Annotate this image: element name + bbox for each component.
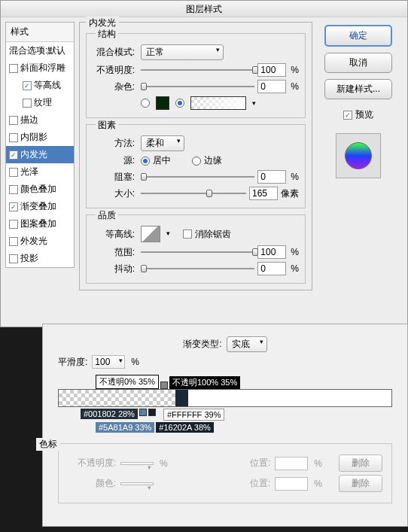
delete-opacity-stop-button[interactable]: 删除 [339, 454, 382, 472]
style-item[interactable]: 图案叠加 [6, 215, 74, 233]
style-checkbox[interactable] [9, 237, 18, 246]
style-checkbox[interactable] [9, 64, 18, 73]
solid-color-radio[interactable] [141, 99, 150, 108]
range-slider[interactable] [141, 247, 254, 257]
stop-position-input[interactable] [275, 457, 308, 470]
contour-picker[interactable] [141, 226, 160, 242]
choke-input[interactable] [257, 170, 286, 184]
style-item-label: 纹理 [34, 96, 52, 109]
size-slider[interactable] [141, 188, 246, 199]
stop-opacity-input[interactable] [120, 462, 154, 465]
style-checkbox[interactable] [9, 150, 18, 160]
color-stop-2[interactable]: #5A81A9 33% [96, 422, 154, 433]
blend-mode-label: 混合模式: [93, 46, 138, 59]
size-unit: 像素 [281, 187, 299, 200]
stop-marker-icon[interactable] [139, 409, 147, 416]
ok-button[interactable]: 确定 [324, 25, 392, 47]
style-checkbox[interactable] [9, 254, 18, 263]
dialog-title: 图层样式 [1, 1, 407, 17]
color-stop-3[interactable]: #16202A 38% [156, 422, 214, 433]
choke-slider[interactable] [141, 172, 254, 182]
cancel-button[interactable]: 取消 [324, 53, 392, 73]
stop-position-label: 位置: [250, 457, 270, 470]
style-item[interactable]: 内阴影 [6, 129, 74, 146]
style-item[interactable]: 颜色叠加 [6, 181, 74, 198]
style-checkbox[interactable] [23, 81, 32, 90]
smoothness-label: 平滑度: [58, 356, 87, 369]
antialias-label: 消除锯齿 [195, 228, 231, 241]
style-item-label: 图案叠加 [20, 217, 56, 230]
style-item[interactable]: 内发光 [6, 146, 74, 163]
noise-label: 杂色: [93, 81, 138, 93]
style-item[interactable]: 投影 [6, 250, 74, 267]
gradient-swatch[interactable] [190, 96, 246, 110]
opacity-stop-right[interactable]: 不透明100% 35% [169, 376, 240, 389]
chevron-down-icon[interactable]: ▾ [252, 99, 256, 107]
style-item-label: 内发光 [20, 148, 47, 161]
inner-glow-panel: 内发光 结构 混合模式: 正常 不透明度: % 杂色: [79, 22, 312, 293]
range-label: 范围: [93, 246, 138, 259]
source-edge-radio[interactable] [192, 157, 201, 166]
style-item[interactable]: 外发光 [6, 233, 74, 250]
style-item-label: 渐变叠加 [20, 200, 56, 213]
source-label: 源: [93, 154, 138, 167]
gradient-type-select[interactable]: 实底 [227, 336, 267, 352]
new-style-button[interactable]: 新建样式... [324, 79, 392, 99]
color-stop-4[interactable]: #FFFFFF 39% [163, 409, 225, 421]
noise-input[interactable] [257, 80, 286, 93]
color-stop-1[interactable]: #001802 28% [81, 409, 138, 419]
blend-mode-select[interactable]: 正常 [141, 44, 224, 60]
method-label: 方法: [93, 137, 138, 150]
opacity-stop-marker[interactable] [160, 382, 168, 389]
size-label: 大小: [93, 187, 138, 200]
antialias-checkbox[interactable] [183, 230, 192, 239]
blend-options-row[interactable]: 混合选项:默认 [6, 42, 74, 59]
style-checkbox[interactable] [9, 202, 18, 211]
opacity-input[interactable] [257, 63, 286, 77]
gradient-type-label: 渐变类型: [183, 338, 221, 351]
opacity-stop-left[interactable]: 不透明0% 35% [96, 375, 159, 389]
style-item[interactable]: 等高线 [6, 77, 74, 94]
range-input[interactable] [257, 245, 286, 259]
opacity-slider[interactable] [141, 65, 254, 75]
styles-list: 样式 混合选项:默认 斜面和浮雕等高线纹理描边内阴影内发光光泽颜色叠加渐变叠加图… [5, 22, 75, 293]
delete-color-stop-button[interactable]: 删除 [339, 475, 382, 492]
style-checkbox[interactable] [9, 185, 18, 194]
style-checkbox[interactable] [9, 116, 18, 125]
source-center-radio[interactable] [141, 157, 150, 166]
noise-slider[interactable] [141, 81, 254, 92]
style-item[interactable]: 渐变叠加 [6, 198, 74, 215]
style-item[interactable]: 描边 [6, 111, 74, 129]
style-item[interactable]: 光泽 [6, 163, 74, 181]
gradient-radio[interactable] [175, 99, 184, 108]
style-checkbox[interactable] [9, 133, 18, 142]
method-select[interactable]: 柔和 [141, 135, 184, 151]
style-item-label: 等高线 [34, 79, 61, 92]
gradient-editor: 渐变类型: 实底 平滑度: 100 % 不透明0% 35% 不透明100% 35… [42, 324, 408, 527]
quality-title: 品质 [96, 209, 118, 222]
stop-color-label: 颜色: [68, 477, 116, 490]
choke-label: 阻塞: [93, 171, 138, 184]
style-item[interactable]: 斜面和浮雕 [6, 59, 74, 77]
style-checkbox[interactable] [23, 99, 32, 108]
jitter-input[interactable] [257, 262, 286, 275]
smoothness-input[interactable]: 100 [92, 355, 125, 369]
color-swatch[interactable] [156, 96, 169, 110]
style-checkbox[interactable] [9, 220, 18, 229]
stop-color-input[interactable] [120, 482, 154, 485]
preview-checkbox[interactable] [343, 111, 352, 120]
style-item-label: 内阴影 [20, 131, 47, 144]
stop-marker-icon[interactable] [148, 409, 156, 416]
size-input[interactable] [249, 187, 278, 200]
style-checkbox[interactable] [9, 168, 18, 177]
stops-title: 色标 [36, 438, 60, 451]
opacity-label: 不透明度: [93, 64, 138, 77]
jitter-slider[interactable] [141, 263, 254, 274]
style-item-label: 投影 [20, 252, 38, 265]
stop-color-position-input[interactable] [275, 477, 308, 491]
style-item[interactable]: 纹理 [6, 94, 74, 111]
style-item-label: 颜色叠加 [20, 183, 56, 196]
jitter-label: 抖动: [93, 263, 138, 275]
gradient-bar[interactable] [58, 389, 392, 407]
preview-thumbnail [336, 133, 381, 178]
